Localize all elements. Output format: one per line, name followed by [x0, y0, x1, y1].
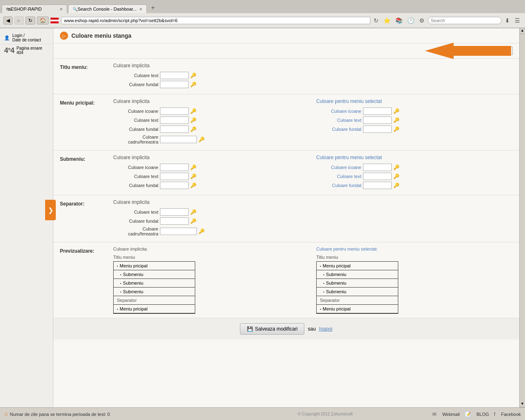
or-text: sau [308, 326, 315, 332]
sub-sel-fundal-icon[interactable]: 🔑 [393, 183, 399, 188]
webmail-link[interactable]: Webmail [442, 412, 460, 417]
back-link[interactable]: Inapoi [319, 326, 333, 332]
reload-button[interactable]: ↻ [25, 16, 35, 25]
mp-fundal-label: Culoare fundal [113, 127, 158, 132]
sep-cadru-icon[interactable]: 🔑 [199, 228, 205, 234]
sub-fundal-icon[interactable]: 🔑 [190, 183, 196, 188]
sub-sel-text-icon[interactable]: 🔑 [393, 173, 399, 179]
download-icon[interactable]: ⬇ [503, 16, 511, 25]
sub-text-icon[interactable]: 🔑 [190, 173, 196, 179]
mp-text-input[interactable] [160, 116, 189, 124]
preview-item-sep1-r: Separator [317, 296, 398, 305]
mp-sel-fundal-input[interactable] [363, 126, 392, 133]
titlu-color-picker-text-icon[interactable]: 🔑 [190, 73, 196, 78]
mp-sel-text-input[interactable] [363, 116, 392, 124]
back-button[interactable]: ◀ [3, 16, 13, 25]
selection-row: Selectie culoare [53, 43, 519, 59]
sub-icoane-input[interactable] [160, 164, 189, 171]
sub-sel-icoane-icon[interactable]: 🔑 [393, 164, 399, 170]
titlu-color-picker-fundal-icon[interactable]: 🔑 [190, 82, 196, 87]
address-bar[interactable] [61, 17, 370, 24]
tab-search-console[interactable]: 🔍 Search Console - Dashboar... ✕ [68, 5, 147, 13]
sidebar-item-login[interactable]: 👤 Login /Date de contact [2, 32, 51, 44]
mp-fundal-input[interactable] [160, 126, 189, 133]
sep-text-icon[interactable]: 🔑 [190, 209, 196, 215]
mp-cadru-input[interactable] [160, 136, 197, 143]
sidebar-404-label: Pagina eroare 404 [16, 46, 49, 55]
sub-sel-fundal-input[interactable] [363, 182, 392, 189]
bookmark-list-icon[interactable]: 📚 [394, 16, 404, 25]
preview-menu-left: • Meniu pricipal • Submeniu • Submeniu [113, 261, 195, 314]
sep-text-label: Culoare text [113, 210, 158, 215]
mp-sel-icoane-icon[interactable]: 🔑 [393, 108, 399, 114]
meniu-pricipal-label: Meniu pricipal: [60, 98, 113, 146]
mp-sel-fundal-icon[interactable]: 🔑 [393, 126, 399, 132]
meniu-default-header: Culoare implicita [113, 98, 310, 104]
bottom-bar: 💾 Salveaza modificari sau Inapoi [53, 318, 519, 340]
mp-cadru-icon[interactable]: 🔑 [199, 137, 205, 142]
mp-sel-icoane-input[interactable] [363, 107, 392, 115]
sidebar-item-404[interactable]: 4°4 Pagina eroare 404 [2, 44, 51, 57]
titlu-meniu-section: Titlu meniu: Culoare implicita Culoare t… [53, 59, 519, 94]
blog-icon: 📝 [465, 411, 471, 417]
preview-item-sub1: • Submeniu [114, 270, 195, 279]
save-button[interactable]: 💾 Salveaza modificari [240, 323, 304, 335]
mp-sel-text-icon[interactable]: 🔑 [393, 117, 399, 123]
previz-title-left: Titlu meniu [113, 255, 310, 260]
mp-cadru-label: Culoare cadru/fereastra [113, 135, 158, 144]
save-button-label: Salveaza modificari [255, 326, 297, 332]
tab-close-search[interactable]: ✕ [139, 7, 142, 11]
sub-sel-icoane-input[interactable] [363, 164, 392, 171]
mp-fundal-icon[interactable]: 🔑 [190, 126, 196, 132]
tab-close-eshop[interactable]: ✕ [59, 7, 63, 11]
sub-text-input[interactable] [160, 173, 189, 180]
scroll-up-btn[interactable]: ▲ [520, 28, 525, 34]
tab-title-eshop: ESHOP-RAPID [11, 7, 57, 11]
tab-eshop[interactable]: 🛍 ESHOP-RAPID ✕ [2, 5, 67, 13]
settings-icon[interactable]: ⚙ [418, 16, 426, 25]
sep-fundal-input[interactable] [160, 217, 189, 225]
new-tab-button[interactable]: + [148, 2, 158, 13]
titlu-culoare-fundal-input[interactable] [160, 81, 189, 88]
menu-icon[interactable]: ☰ [513, 16, 522, 25]
mp-icoane-label: Culoare icoane [113, 109, 158, 114]
separator-section: Separator: Culoare implicita Culoare tex… [53, 195, 519, 242]
preview-item-main2: • Meniu pricipal [114, 305, 195, 313]
separator-label: Separator: [60, 199, 113, 238]
forward-button[interactable]: ▶ [14, 16, 24, 25]
search-input[interactable] [428, 17, 502, 24]
flag-icon [50, 18, 59, 23]
refresh-icon[interactable]: ↻ [372, 16, 380, 25]
sub-sel-text-input[interactable] [363, 173, 392, 180]
preview-item-sub2-r: • Submeniu [317, 279, 398, 288]
bookmark-star-icon[interactable]: ⭐ [382, 16, 392, 25]
blog-link[interactable]: BLOG [477, 412, 489, 417]
sub-icoane-icon[interactable]: 🔑 [190, 164, 196, 170]
sep-text-input[interactable] [160, 208, 189, 216]
sep-cadru-input[interactable] [160, 228, 197, 235]
email-icon: ✉ [432, 411, 436, 417]
side-toggle-button[interactable]: ❯ [45, 200, 56, 220]
mp-icoane-input[interactable] [160, 107, 189, 115]
sidebar-login-label: Login /Date de contact [12, 33, 41, 42]
preview-item-sub1-r: • Submeniu [317, 270, 398, 279]
history-icon[interactable]: 🕐 [406, 16, 416, 25]
mp-text-icon[interactable]: 🔑 [190, 117, 196, 123]
sep-fundal-icon[interactable]: 🔑 [190, 218, 196, 224]
sub-sel-fundal-label: Culoare fundal [316, 183, 361, 188]
scroll-down-btn[interactable]: ▼ [520, 402, 525, 407]
sub-fundal-label: Culoare fundal [113, 183, 158, 188]
preview-item-main1-r: • Meniu pricipal [317, 262, 398, 270]
previzualizare-label: Previzualizare: [60, 247, 113, 314]
facebook-link[interactable]: Facebook [501, 412, 521, 417]
scrollbar[interactable]: ▲ ▼ [519, 28, 525, 407]
home-button[interactable]: 🏠 [37, 16, 49, 25]
page-header-icon: ▷ [60, 32, 68, 40]
mp-sel-fundal-label: Culoare fundal [316, 127, 361, 132]
preview-item-sub3: • Submeniu [114, 288, 195, 296]
sub-fundal-input[interactable] [160, 182, 189, 189]
titlu-culoare-text-input[interactable] [160, 72, 189, 79]
sub-sel-icoane-label: Culoare icoane [316, 165, 361, 170]
mp-icoane-icon[interactable]: 🔑 [190, 108, 196, 114]
previz-title-right: Titlu meniu [316, 255, 513, 260]
